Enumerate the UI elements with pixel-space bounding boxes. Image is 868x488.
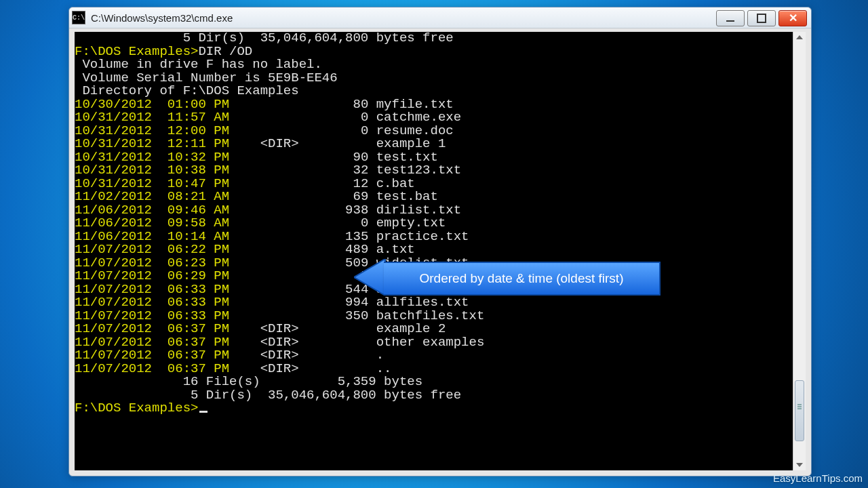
maximize-button[interactable] — [747, 10, 776, 26]
cmd-app-icon: C:\ — [72, 11, 85, 24]
watermark-text: EasyLearnTips.com — [773, 472, 863, 484]
maximize-icon — [757, 14, 766, 23]
scroll-up-button[interactable] — [793, 32, 806, 43]
vertical-scrollbar[interactable] — [793, 32, 806, 470]
window-controls: ✕ — [716, 10, 807, 26]
callout-text: Ordered by date & time (oldest first) — [384, 262, 660, 296]
scroll-down-button[interactable] — [793, 460, 806, 470]
minimize-button[interactable] — [716, 10, 745, 26]
minimize-icon — [726, 20, 734, 22]
chevron-up-icon — [796, 35, 803, 39]
prompt-idle[interactable]: F:\DOS Examples> — [75, 402, 793, 415]
terminal-output[interactable]: 5 Dir(s) 35,046,604,800 bytes freeF:\DOS… — [75, 32, 793, 470]
thumb-grip-icon — [797, 406, 802, 407]
client-area: 5 Dir(s) 35,046,604,800 bytes freeF:\DOS… — [75, 32, 806, 470]
scroll-track[interactable] — [793, 43, 806, 460]
scroll-thumb[interactable] — [795, 380, 804, 441]
titlebar[interactable]: C:\ C:\Windows\system32\cmd.exe ✕ — [69, 7, 811, 28]
cmd-window: C:\ C:\Windows\system32\cmd.exe ✕ 5 Dir(… — [68, 7, 812, 476]
window-title: C:\Windows\system32\cmd.exe — [91, 12, 233, 24]
annotation-callout: Ordered by date & time (oldest first) — [354, 259, 660, 296]
close-button[interactable]: ✕ — [778, 10, 807, 26]
close-icon: ✕ — [789, 13, 797, 24]
chevron-down-icon — [796, 463, 803, 467]
desktop-background: C:\ C:\Windows\system32\cmd.exe ✕ 5 Dir(… — [0, 0, 868, 488]
